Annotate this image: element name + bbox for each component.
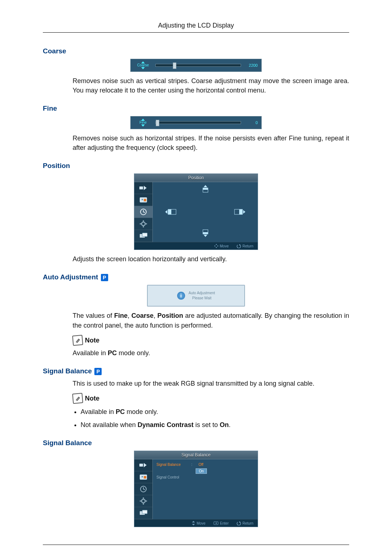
- enter-icon: [213, 521, 219, 525]
- move-icon: [214, 244, 219, 248]
- position-up-icon: [197, 185, 214, 194]
- svg-marker-1: [141, 67, 145, 69]
- heading-position: Position: [43, 162, 349, 170]
- position-description: Adjusts the screen location horizontally…: [73, 254, 349, 264]
- note-icon: [72, 393, 83, 404]
- time-tab-icon: [134, 206, 152, 218]
- svg-marker-52: [192, 524, 195, 525]
- svg-marker-3: [141, 124, 145, 127]
- svg-rect-23: [203, 232, 208, 234]
- svg-rect-21: [203, 188, 208, 190]
- svg-line-11: [143, 212, 145, 213]
- position-side-tabs: [134, 182, 153, 242]
- heading-signal-balance-intro: Signal Balance P: [43, 367, 349, 375]
- signal-balance-osd-title: Signal Balance: [134, 451, 258, 459]
- heading-fine: Fine: [43, 104, 349, 112]
- svg-rect-29: [239, 209, 242, 214]
- auto-description: The values of Fine, Coarse, Position are…: [73, 311, 349, 330]
- coarse-description: Removes noise such as vertical stripes. …: [73, 76, 349, 95]
- chevron-down-icon: [141, 67, 145, 69]
- signal-balance-description: This is used to make up for the weak RGB…: [73, 379, 349, 388]
- coarse-slider-label: Coarse: [134, 61, 152, 69]
- svg-point-44: [142, 499, 145, 503]
- svg-marker-30: [243, 210, 245, 214]
- svg-marker-32: [216, 247, 217, 248]
- signal-balance-side-tabs: [134, 459, 153, 519]
- svg-point-39: [142, 476, 143, 477]
- svg-rect-50: [142, 510, 147, 514]
- fine-slider-screenshot: Fine 0: [130, 116, 262, 129]
- coarse-slider-thumb: [173, 62, 176, 69]
- input-tab-icon: [134, 459, 152, 471]
- note-label: Note: [85, 336, 99, 345]
- pc-mode-badge-icon: P: [94, 368, 102, 375]
- coarse-slider-screenshot: Coarse 2200: [130, 59, 262, 72]
- svg-marker-33: [214, 245, 215, 247]
- svg-point-7: [142, 199, 143, 200]
- picture-tab-icon: [134, 194, 152, 206]
- option-on-selected: On: [196, 468, 207, 474]
- hint-move: Move: [214, 244, 229, 248]
- return-icon: [237, 521, 241, 525]
- position-down-icon: [197, 229, 214, 238]
- fine-slider-track: [155, 121, 241, 124]
- coarse-slider-value: 2200: [245, 63, 258, 67]
- coarse-slider-track: [155, 64, 241, 67]
- list-item: Not available when Dynamic Contrast is s…: [81, 420, 349, 430]
- heading-auto-adjustment: Auto Adjustment P: [43, 273, 349, 281]
- picture-tab-icon: [134, 471, 152, 483]
- svg-rect-18: [142, 233, 147, 237]
- auto-dialog-text: Auto Adjustment Please Wait: [189, 291, 215, 301]
- chevron-down-icon: [141, 124, 145, 127]
- svg-rect-4: [139, 186, 143, 189]
- svg-marker-37: [144, 463, 147, 467]
- setup-tab-icon: [134, 218, 152, 230]
- position-osd-screenshot: Position: [134, 173, 258, 250]
- return-icon: [237, 244, 241, 248]
- position-left-icon: [163, 208, 180, 216]
- svg-marker-51: [192, 521, 195, 522]
- fine-slider-label: Fine: [134, 119, 152, 127]
- updown-icon: [192, 521, 195, 525]
- fine-description: Removes noise such as horizontal stripes…: [73, 134, 349, 152]
- menu-row-signal-balance: Signal Balance : Off: [156, 461, 254, 468]
- svg-line-43: [143, 489, 145, 490]
- svg-rect-40: [144, 476, 146, 479]
- note-icon: [72, 335, 83, 345]
- input-tab-icon: [134, 182, 152, 194]
- svg-marker-25: [165, 210, 167, 214]
- pc-mode-badge-icon: P: [101, 274, 108, 281]
- auto-adjustment-dialog: i Auto Adjustment Please Wait: [147, 285, 245, 307]
- multi-tab-icon: [134, 230, 152, 242]
- position-osd-title: Position: [134, 174, 258, 182]
- svg-rect-27: [168, 209, 171, 214]
- info-icon: i: [177, 292, 185, 300]
- svg-point-12: [142, 222, 145, 226]
- auto-note-text: Available in PC mode only.: [73, 348, 349, 358]
- signal-balance-notes-list: Available in PC mode only. Not available…: [73, 407, 349, 430]
- fine-slider-value: 0: [245, 120, 258, 125]
- svg-marker-5: [144, 186, 147, 190]
- svg-marker-54: [215, 522, 217, 524]
- time-tab-icon: [134, 483, 152, 495]
- hint-return: Return: [237, 521, 253, 525]
- menu-row-signal-control: Signal Control: [156, 475, 254, 480]
- position-right-icon: [231, 208, 248, 216]
- hint-enter: Enter: [213, 521, 229, 525]
- hint-move: Move: [192, 521, 205, 525]
- svg-rect-8: [144, 199, 146, 201]
- list-item: Available in PC mode only.: [81, 407, 349, 416]
- hint-return: Return: [237, 244, 253, 248]
- svg-marker-31: [216, 244, 217, 245]
- svg-marker-34: [217, 245, 219, 247]
- multi-tab-icon: [134, 507, 152, 519]
- note-label: Note: [85, 394, 99, 403]
- heading-coarse: Coarse: [43, 47, 349, 55]
- svg-marker-24: [204, 235, 207, 237]
- setup-tab-icon: [134, 495, 152, 507]
- fine-slider-thumb: [156, 120, 159, 126]
- svg-marker-19: [204, 185, 207, 187]
- svg-rect-36: [139, 464, 143, 467]
- option-off: Off: [196, 462, 206, 467]
- page-header: Adjusting the LCD Display: [43, 22, 349, 33]
